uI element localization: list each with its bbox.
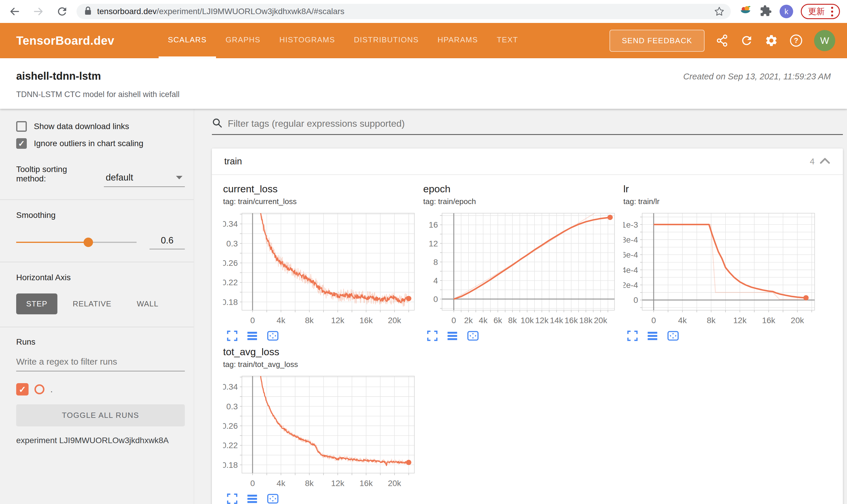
axis-wall-button[interactable]: WALL	[127, 293, 169, 314]
extensions-puzzle-icon[interactable]	[760, 5, 772, 18]
tab-text[interactable]: TEXT	[487, 23, 528, 58]
svg-text:0: 0	[633, 295, 638, 305]
chart-plot-tot-avg-loss[interactable]: 04k8k12k16k20k0.180.220.260.30.34	[223, 373, 423, 492]
refresh-icon[interactable]	[740, 34, 754, 47]
help-icon[interactable]: ?	[789, 34, 803, 47]
run-checkbox[interactable]: ✓	[16, 383, 29, 396]
svg-text:10k: 10k	[521, 316, 534, 325]
experiment-header: aishell-tdnn-lstm TDNN-LSTM CTC model fo…	[0, 58, 847, 109]
main-nav: SCALARS GRAPHS HISTOGRAMS DISTRIBUTIONS …	[159, 23, 528, 58]
svg-text:0: 0	[250, 479, 255, 488]
reload-icon[interactable]	[56, 5, 68, 18]
chart-title: epoch	[423, 183, 623, 195]
expand-chart-icon[interactable]	[627, 330, 638, 341]
slider-thumb[interactable]	[84, 238, 93, 247]
svg-text:0.18: 0.18	[223, 298, 238, 307]
fit-domain-icon[interactable]	[667, 330, 679, 341]
toggle-all-runs-button[interactable]: TOGGLE ALL RUNS	[16, 404, 185, 426]
train-card: train 4 current_loss tag: train/current_…	[212, 148, 843, 504]
chart-title: lr	[623, 183, 824, 195]
settings-gear-icon[interactable]	[765, 34, 778, 47]
svg-text:8k: 8k	[508, 316, 517, 325]
expand-chart-icon[interactable]	[227, 493, 238, 504]
svg-text:20k: 20k	[388, 479, 401, 488]
svg-text:12k: 12k	[535, 316, 549, 325]
train-card-header[interactable]: train 4	[212, 148, 843, 175]
svg-text:12k: 12k	[331, 479, 345, 488]
run-name: .	[50, 384, 53, 394]
chart-tot-avg-loss: tot_avg_loss tag: train/tot_avg_loss 04k…	[223, 346, 423, 504]
svg-text:12k: 12k	[331, 316, 345, 325]
app-header: TensorBoard.dev SCALARS GRAPHS HISTOGRAM…	[0, 23, 847, 58]
tab-hparams[interactable]: HPARAMS	[428, 23, 487, 58]
browser-profile-avatar[interactable]: k	[780, 5, 793, 18]
data-table-icon[interactable]	[447, 330, 458, 341]
section-title: train	[224, 156, 242, 167]
chart-title: tot_avg_loss	[223, 346, 423, 358]
tab-histograms[interactable]: HISTOGRAMS	[270, 23, 344, 58]
svg-text:0.3: 0.3	[226, 402, 238, 411]
chart-plot-epoch[interactable]: 02k4k6k8k10k12k14k16k18k20k0481216	[423, 210, 623, 330]
chart-tag: tag: train/lr	[623, 197, 824, 206]
svg-text:14k: 14k	[550, 316, 563, 325]
filter-tags-input[interactable]	[228, 118, 843, 129]
chart-plot-current-loss[interactable]: 04k8k12k16k20k0.180.220.260.30.34	[223, 210, 423, 330]
show-download-links-checkbox[interactable]: Show data download links	[16, 121, 185, 132]
checkbox-checked-icon[interactable]: ✓	[16, 138, 27, 149]
chart-title: current_loss	[223, 183, 423, 195]
send-feedback-button[interactable]: SEND FEEDBACK	[609, 30, 705, 52]
svg-text:0.22: 0.22	[223, 278, 238, 287]
tab-graphs[interactable]: GRAPHS	[216, 23, 270, 58]
data-table-icon[interactable]	[247, 493, 258, 504]
checkbox-unchecked-icon[interactable]	[16, 121, 27, 132]
horizontal-axis-label: Horizontal Axis	[16, 273, 185, 282]
fit-domain-icon[interactable]	[467, 330, 479, 341]
smoothing-label: Smoothing	[16, 211, 185, 220]
smoothing-slider[interactable]	[16, 242, 137, 243]
svg-text:0.26: 0.26	[223, 421, 238, 431]
share-icon[interactable]	[716, 34, 729, 47]
back-icon[interactable]	[9, 5, 21, 17]
tooltip-sorting-select[interactable]: default	[104, 172, 185, 187]
fit-domain-icon[interactable]	[266, 330, 279, 341]
svg-text:?: ?	[794, 36, 798, 44]
run-row: ✓ .	[16, 383, 185, 396]
svg-text:16k: 16k	[359, 479, 373, 488]
svg-text:8e-4: 8e-4	[623, 235, 638, 244]
chart-current-loss: current_loss tag: train/current_loss 04k…	[223, 183, 423, 341]
lock-icon	[84, 6, 92, 17]
chart-count-badge: 4	[810, 157, 815, 166]
expand-chart-icon[interactable]	[227, 330, 238, 341]
data-table-icon[interactable]	[247, 330, 258, 341]
experiment-created-date: Created on Sep 13, 2021, 11:59:23 AM	[684, 72, 831, 82]
chart-plot-lr[interactable]: 04k8k12k16k20k02e-44e-46e-48e-41e-3	[623, 210, 824, 330]
experiment-id-line: experiment LJI9MWUORLOw3jkdhxwk8A	[16, 436, 185, 445]
fit-domain-icon[interactable]	[266, 493, 279, 504]
runs-filter-input[interactable]	[16, 357, 185, 367]
smoothing-value-input[interactable]: 0.6	[150, 235, 185, 249]
svg-text:0.3: 0.3	[226, 239, 238, 248]
url-bar[interactable]: tensorboard.dev/experiment/LJI9MWUORLOw3…	[76, 4, 731, 19]
expand-chart-icon[interactable]	[427, 330, 438, 341]
svg-text:0: 0	[433, 295, 438, 304]
browser-update-button[interactable]: 更新	[801, 4, 840, 19]
axis-step-button[interactable]: STEP	[16, 293, 57, 314]
tab-scalars[interactable]: SCALARS	[159, 23, 216, 58]
axis-relative-button[interactable]: RELATIVE	[63, 293, 122, 314]
data-table-icon[interactable]	[647, 330, 658, 341]
chart-epoch: epoch tag: train/epoch 02k4k6k8k10k12k14…	[423, 183, 623, 341]
svg-text:6k: 6k	[494, 316, 503, 325]
user-avatar[interactable]: W	[814, 30, 835, 51]
collapse-chevron-icon[interactable]	[819, 157, 831, 166]
bookmark-star-icon[interactable]	[714, 6, 725, 17]
ignore-outliers-checkbox[interactable]: ✓ Ignore outliers in chart scaling	[16, 138, 185, 149]
main-content: train 4 current_loss tag: train/current_…	[194, 109, 847, 504]
experiment-description: TDNN-LSTM CTC model for aishell with ice…	[16, 90, 831, 99]
tab-distributions[interactable]: DISTRIBUTIONS	[345, 23, 428, 58]
chart-tag: tag: train/current_loss	[223, 197, 423, 206]
extension-fruit-icon[interactable]	[739, 4, 752, 19]
svg-text:8: 8	[433, 257, 438, 267]
svg-text:4k: 4k	[277, 316, 286, 325]
browser-menu-icon[interactable]	[829, 5, 835, 18]
forward-icon[interactable]	[32, 5, 44, 17]
